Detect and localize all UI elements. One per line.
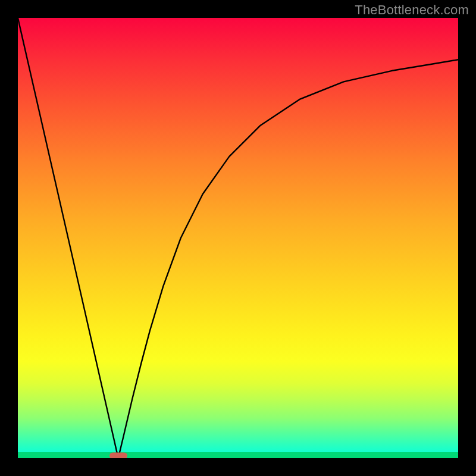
chart-frame: TheBottleneck.com: [0, 0, 476, 476]
curve-line: [18, 18, 458, 458]
plot-area: [18, 18, 458, 458]
vertex-marker-icon: [109, 453, 127, 458]
watermark-label: TheBottleneck.com: [355, 2, 469, 18]
